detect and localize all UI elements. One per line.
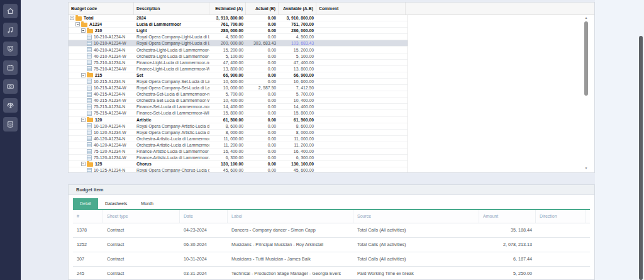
budget-row-10-120-A1234-N[interactable]: 10-120-A1234-NRoyal Opera Company-Artist… xyxy=(69,123,408,130)
column-header-num[interactable]: # xyxy=(73,210,103,223)
expand-toggle-icon[interactable] xyxy=(70,16,74,20)
expand-toggle-icon[interactable] xyxy=(81,73,86,77)
budget-item-row[interactable]: 307Contract10-31-2024Musicians - Tutti M… xyxy=(73,252,590,267)
budget-row-215[interactable]: 215Set66, 900.000.0066, 900.00 xyxy=(69,72,408,79)
budget-code-cell: 10-120-A1234-N xyxy=(69,123,134,129)
budget-code-cell: Total xyxy=(69,15,134,21)
budget-row-120[interactable]: 120Artistic61, 500.000.0061, 500.00 xyxy=(69,117,408,123)
sheet-icon xyxy=(87,149,92,154)
budget-row-75-210-A1234-N[interactable]: 75-210-A1234-NFinance-Light-Lucia di Lam… xyxy=(69,60,408,66)
estimated-cell: 8, 000.00 xyxy=(209,130,246,135)
actual-cell: 303, 683.43 xyxy=(246,40,279,46)
budget-code-cell: 10-210-A1234-W xyxy=(69,40,134,46)
actual-cell: 0.00 xyxy=(246,28,279,33)
budget-row-75-215-A1234-N[interactable]: 75-215-A1234-NFinance-Set-Lucia di Lamme… xyxy=(69,104,408,110)
budget-row-Total[interactable]: Total20243, 910, 800.000.003, 910, 800.0… xyxy=(69,15,408,21)
sidebar-item-theater-masks[interactable] xyxy=(3,42,18,56)
home-icon xyxy=(6,7,14,15)
sheet-type-cell: Contract xyxy=(103,223,180,237)
budget-code-label: 40-120-A1234-W xyxy=(94,142,126,148)
column-header-direction[interactable]: Direction xyxy=(536,210,586,223)
sidebar-item-banknote[interactable] xyxy=(3,79,18,94)
budget-row-10-210-A1234-N[interactable]: 10-210-A1234-NRoyal Opera Company-Light-… xyxy=(69,34,408,40)
sidebar-item-database[interactable] xyxy=(3,117,18,132)
budget-row-75-120-A1234-W[interactable]: 75-120-A1234-WFinance-Artistic-Lucia di … xyxy=(69,155,408,161)
sheet-icon xyxy=(87,168,92,173)
budget-item-row[interactable]: 1252Contract06-30-2024Musicians - Princi… xyxy=(73,238,590,252)
expand-toggle-icon[interactable] xyxy=(81,28,86,33)
budget-row-10-210-A1234-W[interactable]: 10-210-A1234-WRoyal Opera Company-Light-… xyxy=(69,40,408,47)
tab-month[interactable]: Month xyxy=(134,198,160,209)
banknote-icon xyxy=(6,82,14,91)
sheet-icon xyxy=(87,53,92,59)
available-cell: 66, 900.00 xyxy=(279,72,316,78)
scrollbar-thumb[interactable] xyxy=(584,21,588,96)
sidebar-item-scales[interactable] xyxy=(3,98,18,113)
sidebar-item-calendar[interactable] xyxy=(3,60,18,75)
calendar-icon xyxy=(6,64,14,72)
budget-code-label: 40-120-A1234-N xyxy=(94,136,125,142)
available-cell: 8, 600.00 xyxy=(279,123,316,129)
budget-row-40-210-A1234-W[interactable]: 40-210-A1234-WOrchestra-Light-Lucia di L… xyxy=(69,53,408,60)
column-header-date[interactable]: Date xyxy=(180,210,228,223)
column-header-source[interactable]: Source xyxy=(353,210,479,223)
budget-row-40-215-A1234-N[interactable]: 40-215-A1234-NOrchestra-Set-Lucia di Lam… xyxy=(69,91,408,98)
budget-row-40-120-A1234-N[interactable]: 40-120-A1234-NOrchestra-Artistic-Lucia d… xyxy=(69,136,408,142)
database-icon xyxy=(6,120,14,128)
budget-row-125[interactable]: 125Chorus130, 100.000.00130, 100.00 xyxy=(69,161,408,167)
budget-row-75-120-A1234-N[interactable]: 75-120-A1234-NFinance-Artistic-Lucia di … xyxy=(69,148,408,155)
budget-row-10-215-A1234-W[interactable]: 10-215-A1234-WRoyal Opera Company-Set-Lu… xyxy=(69,85,408,91)
budget-code-label: 75-215-A1234-W xyxy=(94,110,126,116)
estimated-cell: 61, 500.00 xyxy=(209,117,246,123)
budget-row-40-210-A1234-N[interactable]: 40-210-A1234-NOrchestra-Light-Lucia di L… xyxy=(69,47,408,53)
num-cell: 1252 xyxy=(73,238,103,252)
actual-cell: 0.00 xyxy=(246,148,279,154)
budget-code-cell: 75-210-A1234-W xyxy=(69,66,134,72)
budget-item-row[interactable]: 245Contract03-31-2024Technical - Product… xyxy=(73,267,590,280)
tab-detail[interactable]: Detail xyxy=(73,198,98,209)
available-cell: 47, 400.00 xyxy=(279,60,316,65)
sidebar-item-home[interactable] xyxy=(3,4,18,18)
budget-row-40-215-A1234-W[interactable]: 40-215-A1234-WOrchestra-Set-Lucia di Lam… xyxy=(69,98,408,104)
description-cell: Royal Opera Company-Artistic-Lucia di La… xyxy=(134,130,209,135)
budget-item-row[interactable]: 1378Contract04-23-2024Dancers - Company … xyxy=(73,223,590,238)
budget-row-75-215-A1234-W[interactable]: 75-215-A1234-WFinance-Set-Lucia di Lamme… xyxy=(69,110,408,116)
column-header-sheet-type[interactable]: Sheet type xyxy=(103,210,180,223)
scroll-up-icon[interactable]: ▲ xyxy=(583,16,589,20)
budget-row-40-120-A1234-W[interactable]: 40-120-A1234-WOrchestra-Artistic-Lucia d… xyxy=(69,142,408,148)
expand-toggle-icon[interactable] xyxy=(81,162,86,166)
scroll-down-icon[interactable]: ▼ xyxy=(583,166,589,171)
column-header-label[interactable]: Label xyxy=(228,210,353,223)
budget-row-A1234[interactable]: A1234Lucia di Lammermoor761, 700.000.007… xyxy=(69,21,408,28)
description-cell: Artistic xyxy=(134,117,209,123)
description-cell: Finance-Light-Lucia di Lammermoor-non-WI… xyxy=(134,60,209,65)
budget-row-10-125-A1234-N[interactable]: 10-125-A1234-NRoyal Opera Company-Chorus… xyxy=(69,167,408,173)
budget-code-cell: 120 xyxy=(69,117,134,123)
expand-toggle-icon[interactable] xyxy=(75,22,80,26)
budget-table-scrollbar[interactable]: ▲ ▼ xyxy=(583,16,589,171)
description-cell: Royal Opera Company-Light-Lucia di Lamme… xyxy=(134,34,209,40)
budget-row-10-120-A1234-W[interactable]: 10-120-A1234-WRoyal Opera Company-Artist… xyxy=(69,130,408,136)
available-cell: 130, 100.00 xyxy=(279,161,316,167)
budget-code-cell: 75-120-A1234-N xyxy=(69,148,134,154)
sheet-icon xyxy=(87,142,92,147)
description-cell: Royal Opera Company-Chorus-Lucia di Lamm… xyxy=(134,167,209,173)
date-cell: 04-23-2024 xyxy=(180,223,228,237)
comment-cell xyxy=(316,161,406,167)
budget-row-75-210-A1234-W[interactable]: 75-210-A1234-WFinance-Light-Lucia di Lam… xyxy=(69,66,408,72)
date-cell: 03-31-2024 xyxy=(180,267,228,280)
column-header-amount[interactable]: Amount xyxy=(479,210,536,223)
expand-toggle-icon[interactable] xyxy=(81,118,86,122)
actual-cell: 0.00 xyxy=(246,167,279,173)
direction-cell xyxy=(536,223,586,237)
sheet-icon xyxy=(87,86,92,91)
budget-row-10-215-A1234-N[interactable]: 10-215-A1234-NRoyal Opera Company-Set-Lu… xyxy=(69,79,408,85)
tab-datasheets[interactable]: Datasheets xyxy=(98,198,134,209)
sidebar-item-music-note[interactable] xyxy=(3,23,18,37)
budget-code-label: 40-210-A1234-N xyxy=(94,47,125,53)
budget-table-body: Total20243, 910, 800.000.003, 910, 800.0… xyxy=(69,15,594,173)
page-scrollbar[interactable] xyxy=(639,36,643,280)
num-cell: 307 xyxy=(73,252,103,266)
available-cell: 11, 000.00 xyxy=(279,136,316,142)
budget-row-210[interactable]: 210Light286, 000.000.00286, 000.00 xyxy=(69,28,408,34)
